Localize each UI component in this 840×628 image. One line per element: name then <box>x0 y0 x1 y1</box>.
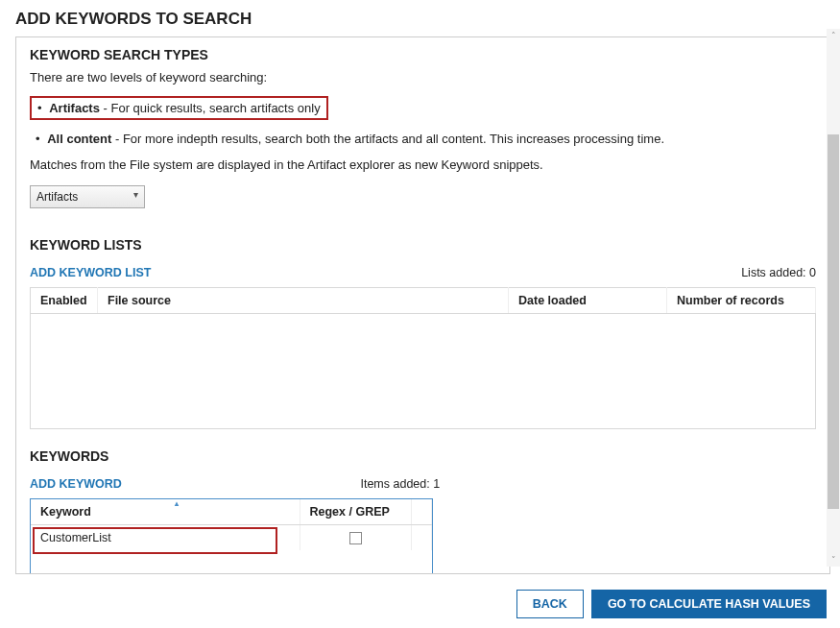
lists-added-count: Lists added: 0 <box>741 266 816 279</box>
col-date-loaded[interactable]: Date loaded <box>509 288 667 314</box>
keywords-table: Keyword ▴ Regex / GREP CustomerList <box>31 499 432 550</box>
allcontent-desc: - For more indepth results, search both … <box>111 132 664 146</box>
search-type-dropdown[interactable]: Artifacts <box>30 185 145 208</box>
allcontent-option: • All content - For more indepth results… <box>30 128 816 150</box>
table-header-row: Keyword ▴ Regex / GREP <box>31 499 432 525</box>
scroll-up-arrow-icon[interactable]: ˄ <box>827 29 840 42</box>
keywords-table-wrap: Keyword ▴ Regex / GREP CustomerList <box>30 498 433 574</box>
scrollbar-track[interactable]: ˄ ˅ <box>827 29 840 567</box>
dropdown-value: Artifacts <box>36 190 78 204</box>
keyword-lists-heading: KEYWORD LISTS <box>30 237 816 253</box>
col-keyword-label: Keyword <box>40 505 91 519</box>
artifacts-desc: - For quick results, search artifacts on… <box>100 101 321 115</box>
keywords-heading: KEYWORDS <box>30 448 816 464</box>
col-enabled[interactable]: Enabled <box>31 288 98 314</box>
col-regex[interactable]: Regex / GREP <box>300 499 412 525</box>
table-row[interactable]: CustomerList <box>31 525 432 551</box>
col-spacer <box>412 499 432 525</box>
back-button[interactable]: BACK <box>516 590 584 618</box>
scroll-down-arrow-icon[interactable]: ˅ <box>827 553 840 567</box>
main-panel: KEYWORD SEARCH TYPES There are two level… <box>15 36 830 574</box>
keyword-cell[interactable]: CustomerList <box>31 525 300 551</box>
artifacts-label: Artifacts <box>49 101 100 115</box>
col-keyword[interactable]: Keyword ▴ <box>31 499 300 525</box>
table-header-row: Enabled File source Date loaded Number o… <box>31 288 816 314</box>
search-types-heading: KEYWORD SEARCH TYPES <box>30 47 816 62</box>
keyword-lists-table: Enabled File source Date loaded Number o… <box>30 287 816 429</box>
scrollbar-thumb[interactable] <box>828 134 839 509</box>
search-types-intro: There are two levels of keyword searchin… <box>30 70 816 85</box>
items-added-count: Items added: 1 <box>360 477 440 491</box>
matches-note: Matches from the File system are display… <box>30 157 816 172</box>
regex-cell[interactable] <box>300 525 412 551</box>
allcontent-label: All content <box>47 132 111 146</box>
col-num-records[interactable]: Number of records <box>667 288 816 314</box>
add-keyword-list-link[interactable]: ADD KEYWORD LIST <box>30 266 151 279</box>
lists-empty-body <box>31 314 816 429</box>
page-title: ADD KEYWORDS TO SEARCH <box>0 0 840 36</box>
footer-buttons: BACK GO TO CALCULATE HASH VALUES <box>516 590 827 618</box>
col-file-source[interactable]: File source <box>98 288 509 314</box>
go-to-calculate-hash-button[interactable]: GO TO CALCULATE HASH VALUES <box>591 590 827 618</box>
bullet-icon: • <box>36 132 40 146</box>
sort-indicator-icon: ▴ <box>175 499 179 508</box>
add-keyword-link[interactable]: ADD KEYWORD <box>30 477 122 491</box>
regex-checkbox[interactable] <box>349 532 362 544</box>
artifacts-option: • Artifacts - For quick results, search … <box>30 96 328 120</box>
bullet-icon: • <box>37 101 42 115</box>
